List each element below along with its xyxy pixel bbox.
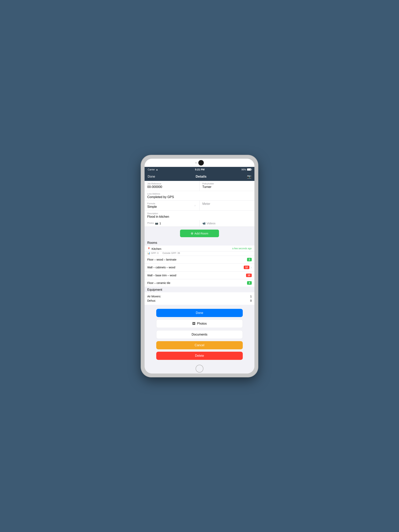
equipment-value-0: 1 xyxy=(250,295,252,298)
loss-address-label: Loss Address xyxy=(147,193,252,195)
outside-gpp-value: Outside GPP: 39 xyxy=(162,252,180,254)
job-reference-cell: Job Reference 00-000000 xyxy=(145,181,200,191)
nav-camera-icon[interactable]: 📷 xyxy=(247,174,251,179)
equipment-header: Equipment xyxy=(145,287,254,292)
job-reference-value: 00-000000 xyxy=(147,185,197,189)
device: Carrier ▲ 5:21 PM 96% Done Details 📷 xyxy=(141,155,258,377)
device-screen: Carrier ▲ 5:21 PM 96% Done Details 📷 xyxy=(145,159,254,374)
videos-cell[interactable]: 📹 Videos xyxy=(200,220,255,227)
equipment-label-0: Air Movers: xyxy=(147,295,161,298)
documents-button-label: Documents xyxy=(192,333,207,336)
photos-count: 1 xyxy=(159,222,161,225)
policyholder-label: Policyholder xyxy=(202,183,252,185)
time-display: 5:21 PM xyxy=(195,168,205,171)
line-item-1[interactable]: Wall – cabinets – wood 12 › xyxy=(145,263,254,272)
camera-icon: 📷 xyxy=(155,222,158,225)
room-name: 📍 Kitchen xyxy=(147,247,161,250)
video-icon: 📹 xyxy=(202,222,206,225)
line-item-1-chevron: › xyxy=(251,266,252,270)
status-bar: Carrier ▲ 5:21 PM 96% xyxy=(145,167,254,172)
home-button[interactable] xyxy=(196,365,203,373)
room-timestamp: a few seconds ago xyxy=(232,247,252,250)
rooms-label: Rooms xyxy=(147,241,157,244)
delete-button[interactable]: Delete xyxy=(156,352,243,360)
status-right: 96% xyxy=(241,168,251,171)
videos-label: Videos xyxy=(207,222,216,225)
room-gpp-row: 📊 GPP: 0 Outside GPP: 39 xyxy=(145,251,254,256)
photos-button[interactable]: 🖼 Photos xyxy=(156,319,243,328)
photos-label: Photos xyxy=(147,222,154,224)
documents-button[interactable]: Documents xyxy=(156,330,243,339)
policyholder-cell: Policyholder Turner xyxy=(200,181,255,191)
add-room-label: Add Room xyxy=(194,232,208,235)
equipment-section: Equipment Air Movers: 1 Dehus: 0 xyxy=(145,287,254,305)
plus-icon: ⊕ xyxy=(191,232,193,235)
front-camera-large xyxy=(198,160,204,165)
job-policyholder-row: Job Reference 00-000000 Policyholder Tur… xyxy=(145,181,254,191)
form-section: Job Reference 00-000000 Policyholder Tur… xyxy=(145,181,254,227)
line-item-0[interactable]: Floor – wood – laminate 2 xyxy=(145,256,254,263)
equipment-label: Equipment xyxy=(147,288,162,291)
cancel-button-label: Cancel xyxy=(195,343,204,347)
line-item-0-badge: 2 xyxy=(247,258,252,261)
front-camera-small xyxy=(195,162,197,164)
room-section-kitchen: 📍 Kitchen a few seconds ago 📊 GPP: 0 Out… xyxy=(145,246,254,287)
equipment-row-1: Dehus: 0 xyxy=(147,298,252,303)
description-value: Flood in kitchen xyxy=(147,215,252,218)
battery-icon xyxy=(247,168,251,171)
loss-address-value: Completed by GPS xyxy=(147,195,252,199)
status-left: Carrier ▲ xyxy=(148,168,158,171)
line-item-1-label: Wall – cabinets – wood xyxy=(147,266,175,269)
formula-row: Formula Simple › Meter xyxy=(145,201,254,211)
description-row: Description Flood in kitchen xyxy=(145,211,254,220)
loss-address-row: Loss Address Completed by GPS xyxy=(145,191,254,201)
line-item-3-label: Floor – ceramic tile xyxy=(147,281,170,285)
job-reference-label: Job Reference xyxy=(147,183,197,185)
photos-icon: 🖼 xyxy=(192,322,195,325)
camera-bar xyxy=(145,159,254,167)
line-item-2-label: Wall – base trim – wood xyxy=(147,274,176,277)
equipment-content: Air Movers: 1 Dehus: 0 xyxy=(145,292,254,305)
line-item-2-badge: 10 xyxy=(246,274,252,277)
add-room-button[interactable]: ⊕ Add Room xyxy=(180,230,219,237)
equipment-row-0: Air Movers: 1 xyxy=(147,294,252,298)
meter-cell[interactable]: Meter xyxy=(200,201,255,210)
done-button[interactable]: Done xyxy=(156,309,243,317)
policyholder-value: Turner xyxy=(202,185,252,189)
line-item-3-badge: 4 xyxy=(247,281,252,285)
line-item-3[interactable]: Floor – ceramic tile 4 xyxy=(145,279,254,287)
formula-label: Formula xyxy=(147,202,193,205)
formula-cell[interactable]: Formula Simple › xyxy=(145,201,200,210)
photos-videos-row: Photos 📷 1 📹 Videos xyxy=(145,220,254,227)
action-buttons: Done 🖼 Photos Documents Cancel Delete xyxy=(145,305,254,364)
add-room-section: ⊕ Add Room xyxy=(145,227,254,240)
location-icon: 📍 xyxy=(147,247,150,250)
main-content: Job Reference 00-000000 Policyholder Tur… xyxy=(145,181,254,364)
nav-done-button[interactable]: Done xyxy=(148,175,155,178)
line-item-0-label: Floor – wood – laminate xyxy=(147,258,176,261)
nav-bar: Done Details 📷 xyxy=(145,172,254,181)
room-header: 📍 Kitchen a few seconds ago xyxy=(145,246,254,251)
meter-placeholder: Meter xyxy=(202,202,252,206)
equipment-value-1: 0 xyxy=(250,299,252,302)
home-button-area xyxy=(145,364,254,374)
line-item-1-badge: 12 xyxy=(244,266,249,269)
photos-cell[interactable]: Photos 📷 1 xyxy=(145,220,200,227)
formula-arrow-icon: › xyxy=(193,204,197,207)
delete-button-label: Delete xyxy=(195,354,204,358)
gpp-chart-icon: 📊 xyxy=(147,252,150,254)
formula-value: Simple xyxy=(147,205,193,209)
battery-percent: 96% xyxy=(241,168,246,171)
wifi-icon: ▲ xyxy=(156,168,158,171)
done-button-label: Done xyxy=(196,311,203,315)
photos-button-label: Photos xyxy=(197,322,207,325)
room-name-label: Kitchen xyxy=(152,247,161,250)
equipment-label-1: Dehus: xyxy=(147,299,156,302)
line-item-2[interactable]: Wall – base trim – wood 10 xyxy=(145,272,254,279)
carrier-label: Carrier xyxy=(148,168,155,171)
rooms-header: Rooms xyxy=(145,240,254,245)
gpp-value: GPP: 0 xyxy=(151,252,159,254)
description-label: Description xyxy=(147,212,252,215)
nav-title: Details xyxy=(196,175,206,178)
cancel-button[interactable]: Cancel xyxy=(156,341,243,349)
